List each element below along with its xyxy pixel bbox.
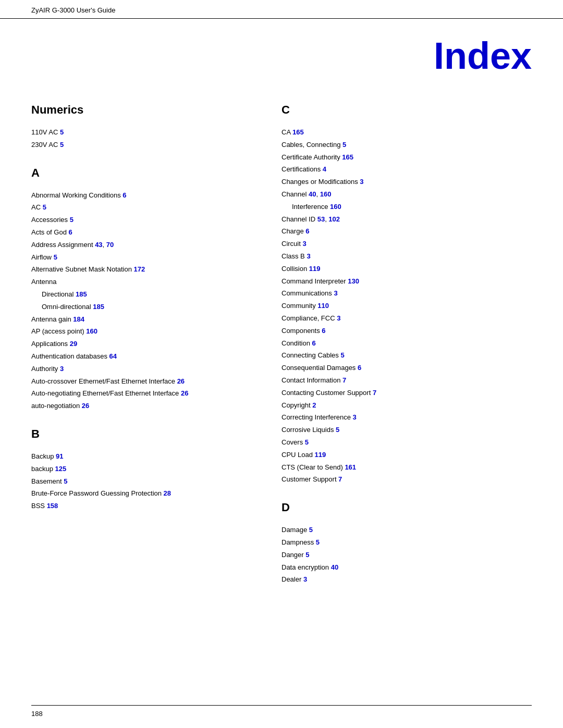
list-item: Copyright 2: [282, 400, 511, 411]
page-link[interactable]: 165: [292, 128, 304, 136]
page-link[interactable]: 6: [305, 227, 309, 235]
page-link[interactable]: 26: [177, 377, 185, 385]
page-link[interactable]: 29: [70, 340, 77, 348]
list-item: Interference 160: [292, 202, 511, 213]
page-link[interactable]: 43: [95, 241, 102, 249]
page-link[interactable]: 28: [164, 489, 171, 497]
page-link[interactable]: 3: [307, 252, 310, 260]
list-item: Charge 6: [282, 226, 511, 237]
list-item: 110V AC 5: [31, 127, 261, 138]
list-item: Accessories 5: [31, 215, 261, 226]
page-link[interactable]: 6: [312, 339, 316, 347]
page-link[interactable]: 40: [331, 563, 338, 571]
list-item: Acts of God 6: [31, 227, 261, 238]
list-item: Correcting Interference 3: [282, 412, 511, 423]
page-link[interactable]: 3: [353, 413, 357, 421]
page-link[interactable]: 130: [348, 277, 359, 285]
page-link[interactable]: 6: [123, 191, 126, 199]
page-link[interactable]: 64: [109, 352, 117, 360]
page-link[interactable]: 4: [323, 165, 326, 173]
page-link[interactable]: 160: [86, 327, 97, 335]
list-item: Corrosive Liquids 5: [282, 425, 511, 436]
page-link[interactable]: 5: [54, 253, 57, 261]
list-item: Cables, Connecting 5: [282, 140, 511, 151]
page-link[interactable]: 5: [60, 141, 64, 149]
page-link[interactable]: 161: [345, 463, 356, 471]
page-title: Index: [434, 35, 532, 77]
section-c: C CA 165 Cables, Connecting 5 Certificat…: [282, 103, 511, 485]
list-item: Auto-crossover Ethernet/Fast Ethernet In…: [31, 376, 261, 387]
header-bar: ZyAIR G-3000 User's Guide: [0, 0, 563, 19]
page-link[interactable]: 5: [336, 426, 339, 434]
page-link[interactable]: 165: [342, 153, 353, 161]
list-item: Condition 6: [282, 338, 511, 349]
list-item: Components 6: [282, 326, 511, 337]
list-item: CA 165: [282, 127, 511, 138]
page-link[interactable]: 5: [305, 438, 309, 446]
page-link[interactable]: 91: [56, 452, 63, 460]
list-item: AP (access point) 160: [31, 326, 261, 337]
list-item: auto-negotiation 26: [31, 401, 261, 412]
page-link[interactable]: 5: [70, 216, 74, 224]
list-item: 230V AC 5: [31, 140, 261, 151]
page-link[interactable]: 172: [134, 265, 145, 273]
page-link[interactable]: 40: [309, 190, 316, 198]
page-link[interactable]: 5: [64, 477, 67, 485]
list-item: Certificate Authority 165: [282, 152, 511, 163]
list-item: Circuit 3: [282, 239, 511, 250]
page-link[interactable]: 119: [315, 451, 326, 459]
page-link[interactable]: 3: [302, 240, 306, 248]
page-link[interactable]: 125: [55, 465, 67, 473]
list-item: Dampness 5: [282, 537, 511, 548]
page-link[interactable]: 5: [60, 128, 64, 136]
list-item: Command Interpreter 130: [282, 276, 511, 287]
page-link[interactable]: 160: [320, 190, 332, 198]
page-link[interactable]: 184: [73, 315, 84, 323]
page-link[interactable]: 5: [340, 351, 344, 359]
content-area: Numerics 110V AC 5 230V AC 5 A Abnormal …: [0, 88, 563, 587]
list-item: Address Assignment 43, 70: [31, 240, 261, 251]
page-container: ZyAIR G-3000 User's Guide Index Numerics…: [0, 0, 563, 728]
page-link[interactable]: 6: [322, 327, 325, 335]
page-link[interactable]: 158: [47, 502, 58, 510]
list-item: CPU Load 119: [282, 450, 511, 461]
page-link[interactable]: 5: [316, 538, 320, 546]
page-link[interactable]: 160: [330, 203, 341, 211]
page-link[interactable]: 53: [317, 215, 325, 223]
page-link[interactable]: 110: [317, 302, 329, 310]
page-link[interactable]: 70: [106, 241, 114, 249]
page-link[interactable]: 7: [342, 376, 346, 384]
page-link[interactable]: 6: [358, 364, 361, 372]
page-link[interactable]: 7: [338, 475, 342, 483]
page-link[interactable]: 5: [43, 203, 46, 211]
page-link[interactable]: 3: [303, 575, 307, 583]
page-link[interactable]: 5: [342, 141, 346, 149]
page-link[interactable]: 26: [181, 389, 188, 397]
list-item: Basement 5: [31, 476, 261, 487]
page-link[interactable]: 185: [93, 303, 104, 311]
page-link[interactable]: 5: [305, 551, 309, 559]
page-link[interactable]: 2: [312, 401, 316, 409]
list-item: CTS (Clear to Send) 161: [282, 462, 511, 473]
list-item: BSS 158: [31, 501, 261, 512]
list-item: Authentication databases 64: [31, 351, 261, 362]
page-link[interactable]: 3: [334, 289, 337, 297]
section-numerics: Numerics 110V AC 5 230V AC 5: [31, 103, 261, 151]
page-link[interactable]: 119: [309, 265, 321, 273]
page-link[interactable]: 3: [60, 365, 64, 373]
page-link[interactable]: 102: [328, 215, 340, 223]
list-item: Channel ID 53, 102: [282, 214, 511, 225]
page-link[interactable]: 26: [82, 402, 89, 410]
page-link[interactable]: 6: [69, 228, 72, 236]
page-link[interactable]: 3: [360, 178, 363, 186]
page-link[interactable]: 3: [337, 314, 340, 322]
page-link[interactable]: 5: [309, 526, 313, 534]
page-link[interactable]: 185: [76, 290, 87, 298]
list-item: Abnormal Working Conditions 6: [31, 190, 261, 201]
section-b: B Backup 91 backup 125 Basement 5 Brute-…: [31, 427, 261, 512]
list-item: Directional 185: [42, 289, 261, 300]
list-item: Certifications 4: [282, 164, 511, 175]
header-title: ZyAIR G-3000 User's Guide: [31, 6, 115, 14]
list-item: Brute-Force Password Guessing Protection…: [31, 488, 261, 499]
page-link[interactable]: 7: [373, 389, 376, 397]
